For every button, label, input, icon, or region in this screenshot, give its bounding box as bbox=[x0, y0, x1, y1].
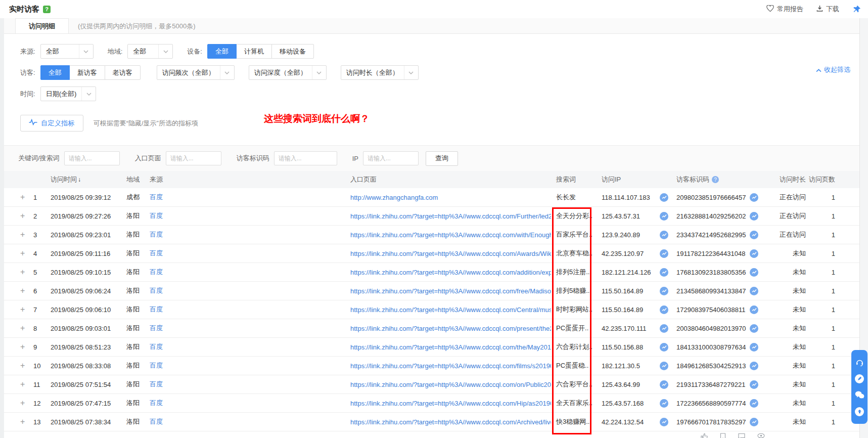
trend-chart-icon[interactable] bbox=[750, 343, 758, 352]
visit-pages: 1 bbox=[808, 212, 839, 220]
tab-visit-detail[interactable]: 访问明细 bbox=[15, 18, 69, 33]
help-icon[interactable]: ? bbox=[43, 6, 51, 13]
table-row: + 10 2019/08/25 08:33:08 洛阳 百度 https://l… bbox=[4, 357, 859, 375]
visit-ip-cell: 115.50.164.89 bbox=[598, 305, 672, 314]
col-header-visit-time[interactable]: 访问时间↓ bbox=[51, 175, 126, 184]
trend-chart-icon[interactable] bbox=[750, 324, 758, 333]
source-select[interactable]: 全部 bbox=[40, 44, 94, 59]
trend-chart-icon[interactable] bbox=[660, 305, 668, 314]
col-header-entry-page: 入口页面 bbox=[344, 175, 551, 184]
trend-chart-icon[interactable] bbox=[750, 380, 758, 389]
search-keyword: 六合彩计划.. bbox=[551, 342, 598, 352]
expand-row-button[interactable]: + bbox=[20, 324, 33, 333]
visitor-option-all[interactable]: 全部 bbox=[40, 65, 70, 80]
visit-time: 2019/08/25 07:51:54 bbox=[51, 381, 126, 388]
trend-chart-icon[interactable] bbox=[660, 418, 668, 426]
trend-chart-icon[interactable] bbox=[750, 418, 758, 426]
source-link: 百度 bbox=[150, 417, 344, 426]
row-index: 8 bbox=[33, 325, 51, 332]
visitor-id-cell: 1976667017817835297 bbox=[672, 418, 762, 426]
collapse-filters-link[interactable]: 收起筛选 bbox=[816, 65, 850, 74]
trend-chart-icon[interactable] bbox=[660, 212, 668, 221]
wechat-icon[interactable] bbox=[854, 389, 865, 401]
help-icon[interactable]: ? bbox=[712, 176, 719, 183]
trend-chart-icon[interactable] bbox=[750, 399, 758, 408]
duration-select[interactable]: 访问时长（全部） bbox=[341, 65, 419, 80]
ip-input[interactable] bbox=[363, 151, 419, 165]
expand-row-button[interactable]: + bbox=[20, 305, 33, 314]
expand-row-button[interactable]: + bbox=[20, 249, 33, 258]
visitor-option-new[interactable]: 新访客 bbox=[69, 65, 105, 80]
date-select[interactable]: 日期(全部) bbox=[40, 86, 97, 101]
device-option-all[interactable]: 全部 bbox=[207, 44, 237, 59]
keyword-search-label: 关键词/搜索词 bbox=[18, 154, 60, 163]
visitor-option-returning[interactable]: 老访客 bbox=[105, 65, 141, 80]
trend-chart-icon[interactable] bbox=[660, 380, 668, 389]
visit-ip: 125.43.57.168 bbox=[602, 400, 644, 407]
trend-chart-icon[interactable] bbox=[750, 231, 758, 239]
expand-row-button[interactable]: + bbox=[20, 268, 33, 277]
expand-row-button[interactable]: + bbox=[20, 399, 33, 408]
trend-chart-icon[interactable] bbox=[750, 287, 758, 295]
trend-chart-icon[interactable] bbox=[750, 212, 758, 221]
trend-chart-icon[interactable] bbox=[750, 249, 758, 258]
row-index: 9 bbox=[33, 343, 51, 351]
trend-chart-icon[interactable] bbox=[660, 287, 668, 295]
source-link: 百度 bbox=[150, 193, 344, 202]
visit-ip: 115.50.164.89 bbox=[602, 287, 643, 295]
download-link[interactable]: 下载 bbox=[816, 5, 839, 14]
thumbs-up-icon[interactable] bbox=[701, 433, 708, 438]
keyword-search-input[interactable] bbox=[64, 151, 120, 165]
trend-chart-icon[interactable] bbox=[660, 343, 668, 352]
trend-chart-icon[interactable] bbox=[660, 193, 668, 202]
comment-icon[interactable] bbox=[738, 433, 745, 438]
visit-duration: 未知 bbox=[762, 361, 808, 370]
device-option-pc[interactable]: 计算机 bbox=[236, 44, 272, 59]
customer-service-icon[interactable] bbox=[854, 357, 865, 368]
frequency-select[interactable]: 访问频次（全部） bbox=[157, 65, 235, 80]
expand-row-button[interactable]: + bbox=[20, 417, 33, 426]
trend-chart-icon[interactable] bbox=[660, 268, 668, 277]
table-row: + 2 2019/08/25 09:27:26 洛阳 百度 https://li… bbox=[4, 207, 859, 226]
views-icon[interactable] bbox=[757, 433, 765, 438]
trend-chart-icon[interactable] bbox=[750, 193, 758, 202]
expand-row-button[interactable]: + bbox=[20, 193, 33, 202]
back-to-top-icon[interactable] bbox=[854, 406, 865, 417]
pin-icon[interactable] bbox=[852, 5, 861, 14]
bookmark-icon[interactable] bbox=[720, 433, 726, 438]
trend-chart-icon[interactable] bbox=[660, 324, 668, 333]
trend-chart-icon[interactable] bbox=[750, 362, 758, 370]
trend-chart-icon[interactable] bbox=[750, 268, 758, 277]
expand-row-button[interactable]: + bbox=[20, 211, 33, 221]
expand-row-button[interactable]: + bbox=[20, 342, 33, 352]
visitor-id: 2193117336487279221 bbox=[676, 381, 745, 388]
depth-select[interactable]: 访问深度（全部） bbox=[249, 65, 327, 80]
trend-chart-icon[interactable] bbox=[660, 362, 668, 370]
visit-ip-cell: 125.43.57.168 bbox=[598, 399, 672, 408]
trend-chart-icon[interactable] bbox=[660, 231, 668, 239]
feedback-edit-icon[interactable] bbox=[854, 373, 865, 384]
visitor-id-cell: 1722366568890597774 bbox=[672, 399, 762, 408]
region: 洛阳 bbox=[126, 342, 150, 352]
trend-chart-icon[interactable] bbox=[750, 305, 758, 314]
expand-row-button[interactable]: + bbox=[20, 286, 33, 295]
region-select[interactable]: 全部 bbox=[127, 44, 173, 59]
favorite-report-link[interactable]: 常用报告 bbox=[766, 5, 803, 14]
table-row: + 9 2019/08/25 08:51:23 洛阳 百度 https://li… bbox=[4, 338, 859, 357]
expand-row-button[interactable]: + bbox=[20, 380, 33, 389]
entry-page-input[interactable] bbox=[166, 151, 221, 165]
entry-page-link: https://link.zhihu.com/?target=http%3A//… bbox=[344, 325, 551, 332]
expand-row-button[interactable]: + bbox=[20, 361, 33, 370]
region: 洛阳 bbox=[126, 211, 150, 221]
trend-chart-icon[interactable] bbox=[660, 399, 668, 408]
query-button[interactable]: 查询 bbox=[426, 151, 458, 166]
visitor-id: 1768130923183805356 bbox=[676, 269, 746, 276]
custom-metrics-button[interactable]: 自定义指标 bbox=[20, 115, 83, 132]
visitor-id-input[interactable] bbox=[274, 151, 337, 165]
expand-row-button[interactable]: + bbox=[20, 230, 33, 239]
chevron-down-icon bbox=[158, 45, 172, 58]
region: 成都 bbox=[126, 193, 150, 202]
trend-chart-icon[interactable] bbox=[660, 249, 668, 258]
row-index: 5 bbox=[33, 269, 51, 276]
device-option-mobile[interactable]: 移动设备 bbox=[271, 44, 314, 59]
